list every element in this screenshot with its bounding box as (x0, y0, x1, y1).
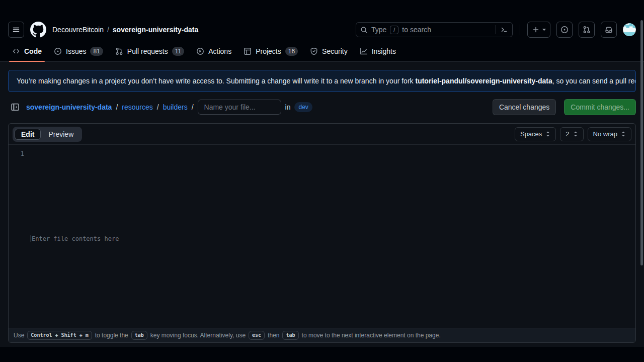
breadcrumb-owner-link[interactable]: DecouvreBitcoin (52, 26, 104, 34)
indent-mode-select[interactable]: Spaces (515, 127, 556, 141)
path-separator: / (192, 103, 194, 111)
pull-requests-header-button[interactable] (579, 22, 595, 38)
issue-opened-icon (560, 26, 569, 34)
tab-label: Actions (208, 47, 231, 55)
github-logo-icon[interactable] (30, 22, 46, 38)
commit-changes-button[interactable]: Commit changes... (564, 99, 636, 115)
cancel-changes-button[interactable]: Cancel changes (493, 99, 556, 115)
file-editor: Edit Preview Spaces 2 (8, 123, 636, 343)
create-new-button[interactable] (527, 22, 550, 38)
editor-placeholder-text: Enter file contents here (32, 234, 119, 243)
avatar[interactable] (623, 23, 636, 36)
tab-label: Insights (372, 47, 396, 55)
file-tree-icon (11, 103, 20, 112)
tab-actions[interactable]: Actions (192, 41, 235, 61)
window-chrome-strip (0, 0, 644, 19)
tab-edit[interactable]: Edit (15, 129, 41, 140)
indent-size-value: 2 (566, 130, 569, 138)
tab-label: Issues (66, 47, 86, 55)
line-number: 1 (9, 149, 31, 328)
up-down-arrows-icon (545, 131, 550, 137)
indent-size-select[interactable]: 2 (560, 127, 583, 141)
editor-toolbar: Edit Preview Spaces 2 (9, 124, 635, 145)
file-name-input[interactable] (198, 100, 281, 115)
tab-code[interactable]: Code (8, 41, 46, 61)
play-circle-icon (196, 47, 204, 55)
tab-label: Code (24, 47, 42, 55)
tab-security[interactable]: Security (306, 41, 352, 61)
search-placeholder-pre: Type (371, 26, 386, 34)
plus-icon (532, 26, 540, 34)
editor-settings: Spaces 2 No wrap (515, 127, 631, 141)
footer-text: to toggle the (95, 332, 128, 339)
branch-badge[interactable]: dev (294, 102, 312, 112)
code-icon (12, 47, 20, 55)
search-divider (496, 25, 496, 34)
inbox-icon (605, 26, 613, 34)
pull-requests-count-badge: 11 (172, 47, 184, 56)
in-label: in (285, 103, 291, 111)
breadcrumb-repo-link[interactable]: sovereign-university-data (113, 26, 198, 34)
kbd-esc: esc (249, 331, 265, 340)
graph-icon (360, 47, 368, 55)
search-placeholder-post: to search (402, 26, 431, 34)
repo-nav: Code Issues 81 Pull requests 11 Actions (0, 41, 644, 62)
kbd-control-shift-m: Control + Shift + m (27, 331, 92, 340)
header-breadcrumb: DecouvreBitcoin / sovereign-university-d… (52, 26, 198, 34)
inbox-header-button[interactable] (601, 22, 617, 38)
tab-label: Pull requests (127, 47, 168, 55)
slash-key-hint: / (390, 26, 398, 34)
tab-label: Projects (256, 47, 281, 55)
issue-opened-icon (54, 47, 62, 55)
footer-text: key moving focus. Alternatively, use (150, 332, 246, 339)
editor-accessibility-footer: Use Control + Shift + m to toggle the ta… (9, 328, 635, 342)
code-editor-area[interactable]: 1 Enter file contents here (9, 145, 635, 328)
wrap-mode-select[interactable]: No wrap (588, 127, 631, 141)
window-chrome-strip (0, 347, 644, 362)
up-down-arrows-icon (573, 131, 578, 137)
footer-text: to move to the next interactive element … (302, 332, 441, 339)
editor-placeholder-line: Enter file contents here (31, 149, 119, 328)
search-icon (360, 26, 368, 34)
tab-projects[interactable]: Projects 16 (239, 41, 302, 61)
fork-notice-banner: You’re making changes in a project you d… (8, 70, 636, 92)
path-separator: / (157, 103, 159, 111)
pull-request-icon (115, 47, 123, 55)
indent-mode-value: Spaces (520, 130, 542, 138)
file-path-row: sovereign-university-data / resources / … (8, 99, 636, 115)
wrap-mode-value: No wrap (593, 130, 617, 138)
path-separator: / (116, 103, 118, 111)
up-down-arrows-icon (621, 131, 626, 137)
path-actions: Cancel changes Commit changes... (493, 99, 636, 115)
command-palette-icon (500, 26, 508, 34)
banner-text: You’re making changes in a project you d… (17, 77, 636, 85)
tab-preview[interactable]: Preview (42, 129, 80, 140)
path-folder-builders-link[interactable]: builders (163, 103, 188, 111)
path-repo-link[interactable]: sovereign-university-data (26, 103, 112, 111)
hamburger-icon (12, 26, 20, 34)
caret-down-icon (542, 28, 546, 31)
kbd-tab: tab (282, 331, 298, 340)
header-divider (520, 25, 520, 35)
text-cursor (31, 235, 31, 242)
global-header: DecouvreBitcoin / sovereign-university-d… (0, 19, 644, 41)
tab-insights[interactable]: Insights (356, 41, 400, 61)
tab-label: Security (322, 47, 348, 55)
file-tree-toggle-button[interactable] (8, 100, 22, 114)
github-new-file-page: DecouvreBitcoin / sovereign-university-d… (0, 0, 644, 362)
tab-issues[interactable]: Issues 81 (50, 41, 107, 61)
path-folder-resources-link[interactable]: resources (122, 103, 152, 111)
hamburger-menu-button[interactable] (8, 22, 24, 38)
footer-text: then (268, 332, 279, 339)
issues-header-button[interactable] (556, 22, 573, 38)
global-search-input[interactable]: Type / to search (356, 22, 513, 37)
projects-count-badge: 16 (285, 47, 298, 56)
shield-icon (310, 47, 318, 55)
command-palette-button[interactable] (496, 25, 508, 34)
pull-request-icon (583, 26, 591, 34)
tab-pull-requests[interactable]: Pull requests 11 (111, 41, 188, 61)
edit-preview-segmented-control: Edit Preview (13, 127, 82, 142)
page-body: You’re making changes in a project you d… (0, 62, 644, 347)
footer-text: Use (14, 332, 24, 339)
page-scrollbar[interactable] (640, 20, 643, 265)
